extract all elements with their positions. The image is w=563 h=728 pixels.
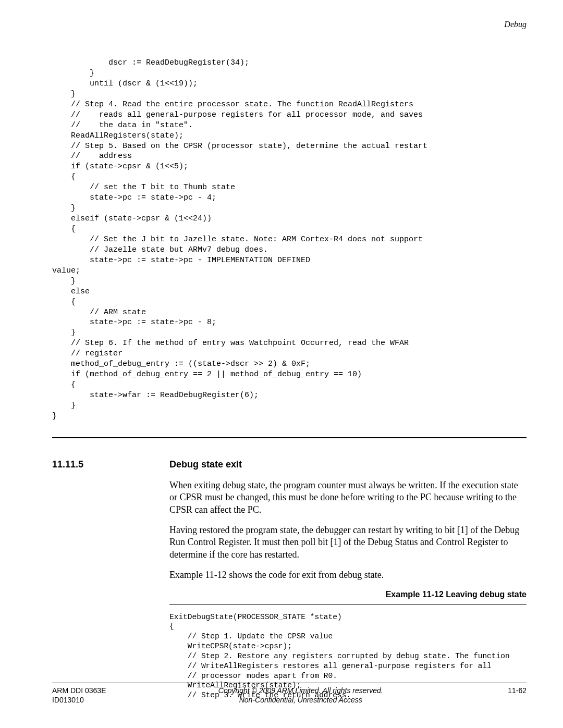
doc-id: ARM DDI 0363E [52, 686, 106, 696]
section-body: When exiting debug state, the program co… [169, 479, 527, 582]
footer-left: ARM DDI 0363E ID013010 [52, 686, 106, 705]
example-divider [169, 604, 527, 605]
section-number: 11.11.5 [52, 459, 169, 470]
footer-row: ARM DDI 0363E ID013010 Copyright © 2009 … [52, 686, 527, 705]
footer-right: 11-62 [495, 686, 527, 695]
copyright: Copyright © 2009 ARM Limited. All rights… [106, 686, 495, 696]
paragraph: Example 11-12 shows the code for exit fr… [169, 569, 527, 581]
section-divider [52, 437, 527, 438]
section-heading-row: 11.11.5 Debug state exit [52, 459, 527, 470]
code-listing-1: dscr := ReadDebugRegister(34); } until (… [52, 58, 527, 422]
footer-center: Copyright © 2009 ARM Limited. All rights… [106, 686, 495, 705]
section-title: Debug state exit [169, 459, 242, 470]
running-header: Debug [52, 20, 527, 29]
doc-subid: ID013010 [52, 696, 106, 705]
page-footer: ARM DDI 0363E ID013010 Copyright © 2009 … [52, 683, 527, 705]
paragraph: Having restored the program state, the d… [169, 524, 527, 561]
footer-divider [52, 683, 527, 683]
confidentiality: Non-Confidential, Unrestricted Access [106, 696, 495, 705]
paragraph: When exiting debug state, the program co… [169, 479, 527, 516]
example-caption: Example 11-12 Leaving debug state [169, 590, 527, 599]
page: Debug dscr := ReadDebugRegister(34); } u… [0, 0, 563, 728]
